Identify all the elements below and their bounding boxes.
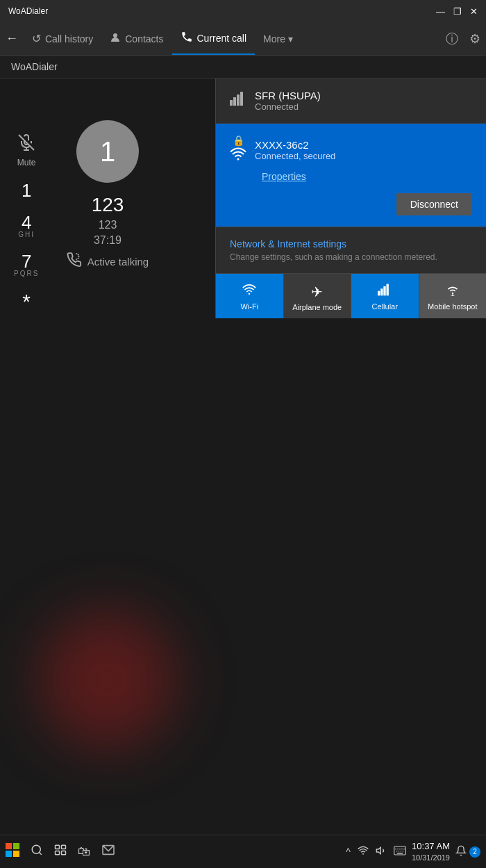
cellular-qa-label: Cellular: [372, 302, 398, 311]
taskbar-right: ^: [346, 841, 480, 862]
clock-time: 10:37 AM: [412, 841, 450, 853]
wifi-signal-icon: [230, 147, 246, 165]
clock[interactable]: 10:37 AM 10/31/2019: [412, 841, 450, 862]
svg-rect-4: [230, 100, 233, 106]
store-button[interactable]: 🛍: [78, 844, 90, 859]
svg-rect-25: [56, 851, 60, 855]
wifi-header: 🔒 XXXX-36c2 Connected, secured: [230, 135, 472, 165]
current-call-label: Current call: [197, 33, 247, 44]
dial-key-star[interactable]: *: [22, 291, 31, 312]
app-subtitle: WoADialer: [0, 56, 486, 79]
current-call-icon: [181, 31, 193, 46]
svg-rect-24: [62, 845, 66, 849]
background-glow: [38, 610, 177, 749]
svg-line-22: [39, 852, 41, 854]
notification-count: 2: [469, 846, 480, 858]
tab-current-call[interactable]: Current call: [172, 22, 255, 55]
svg-marker-29: [376, 847, 380, 853]
mute-button[interactable]: Mute: [17, 134, 36, 167]
quick-action-hotspot[interactable]: Mobile hotspot: [419, 274, 487, 318]
cellular-item[interactable]: SFR (HSUPA) Connected: [216, 79, 486, 124]
quick-action-wifi[interactable]: Wi-Fi: [216, 274, 284, 318]
settings-button[interactable]: ⚙: [469, 31, 480, 47]
notification-button[interactable]: [455, 845, 467, 858]
airplane-qa-label: Airplane mode: [292, 303, 342, 311]
tab-contacts[interactable]: Contacts: [101, 22, 171, 55]
app-title: WoADialer: [8, 6, 48, 16]
wifi-properties-link[interactable]: Properties: [262, 171, 472, 182]
contacts-label: Contacts: [125, 33, 163, 44]
svg-point-8: [237, 158, 240, 161]
wifi-ssid: XXXX-36c2: [255, 139, 335, 151]
window-controls: — ❐ ✕: [436, 6, 478, 17]
tab-more[interactable]: More ▾: [255, 22, 301, 55]
minimize-button[interactable]: —: [436, 6, 445, 17]
call-area: Mute 1 4 GHI 7 PQRS * 1 123 123: [0, 79, 215, 833]
more-label: More ▾: [263, 33, 293, 44]
svg-rect-10: [378, 291, 380, 296]
network-settings-section: Network & Internet settings Change setti…: [216, 227, 486, 273]
svg-rect-6: [237, 95, 240, 106]
network-status-icon[interactable]: [358, 846, 369, 858]
cellular-status: Connected: [255, 101, 321, 112]
restore-button[interactable]: ❐: [453, 6, 462, 17]
hotspot-qa-icon: [446, 284, 460, 300]
svg-rect-18: [13, 843, 19, 849]
active-talking-icon: [67, 252, 82, 271]
mail-button[interactable]: [101, 844, 115, 859]
subtitle-text: WoADialer: [11, 61, 58, 72]
svg-rect-26: [62, 851, 66, 855]
clock-date: 10/31/2019: [412, 853, 450, 862]
cellular-name: SFR (HSUPA): [255, 90, 321, 101]
network-settings-desc: Change settings, such as making a connec…: [230, 252, 472, 262]
cellular-bars-icon: [230, 92, 246, 110]
lock-icon: 🔒: [233, 135, 244, 146]
wifi-qa-label: Wi-Fi: [240, 302, 258, 311]
svg-rect-12: [384, 286, 386, 295]
system-icons: ^: [346, 845, 406, 858]
volume-icon[interactable]: [376, 845, 387, 858]
nav-bar: ← ↺ Call history Contacts Current call M…: [0, 22, 486, 56]
call-history-icon: ↺: [32, 32, 41, 45]
quick-action-cellular[interactable]: Cellular: [351, 274, 419, 318]
svg-rect-7: [240, 92, 243, 106]
dial-key-4[interactable]: 4 GHI: [18, 213, 35, 238]
taskbar-left: 🛍: [6, 843, 115, 860]
side-controls: Mute 1 4 GHI 7 PQRS *: [0, 120, 53, 326]
search-button[interactable]: [31, 844, 43, 860]
tab-call-history[interactable]: ↺ Call history: [24, 22, 101, 55]
task-view-button[interactable]: [54, 844, 67, 860]
call-duration: 37:19: [94, 234, 122, 247]
network-settings-title[interactable]: Network & Internet settings: [230, 238, 472, 249]
svg-point-28: [362, 853, 364, 855]
chevron-up-icon[interactable]: ^: [346, 846, 351, 858]
cellular-info: SFR (HSUPA) Connected: [255, 90, 321, 112]
wifi-disconnect-row: Disconnect: [230, 193, 472, 215]
svg-rect-20: [13, 851, 19, 857]
cellular-qa-icon: [378, 284, 392, 300]
call-status-text: Active talking: [87, 256, 149, 268]
quick-action-airplane[interactable]: ✈ Airplane mode: [284, 274, 352, 318]
back-button[interactable]: ←: [6, 31, 18, 46]
info-button[interactable]: ⓘ: [446, 31, 458, 47]
disconnect-button[interactable]: Disconnect: [396, 193, 472, 215]
svg-rect-19: [6, 851, 12, 857]
hotspot-qa-label: Mobile hotspot: [428, 302, 478, 311]
dial-key-7[interactable]: 7 PQRS: [14, 252, 39, 277]
wifi-panel: 🔒 XXXX-36c2 Connected, secured: [216, 124, 486, 227]
taskbar: 🛍 ^: [0, 835, 486, 868]
svg-point-9: [249, 293, 251, 295]
call-history-label: Call history: [45, 33, 93, 44]
quick-actions: Wi-Fi ✈ Airplane mode Cellular: [216, 273, 486, 318]
svg-point-21: [32, 845, 40, 853]
svg-rect-17: [6, 843, 12, 849]
svg-point-14: [452, 293, 453, 294]
close-button[interactable]: ✕: [470, 6, 478, 17]
wifi-qa-icon: [242, 284, 256, 300]
mute-icon: [18, 134, 35, 155]
dial-key-1[interactable]: 1: [22, 181, 31, 199]
keyboard-icon[interactable]: [394, 846, 406, 858]
network-panel: SFR (HSUPA) Connected 🔒: [215, 79, 486, 318]
start-button[interactable]: [6, 843, 19, 860]
mute-label: Mute: [17, 158, 36, 167]
